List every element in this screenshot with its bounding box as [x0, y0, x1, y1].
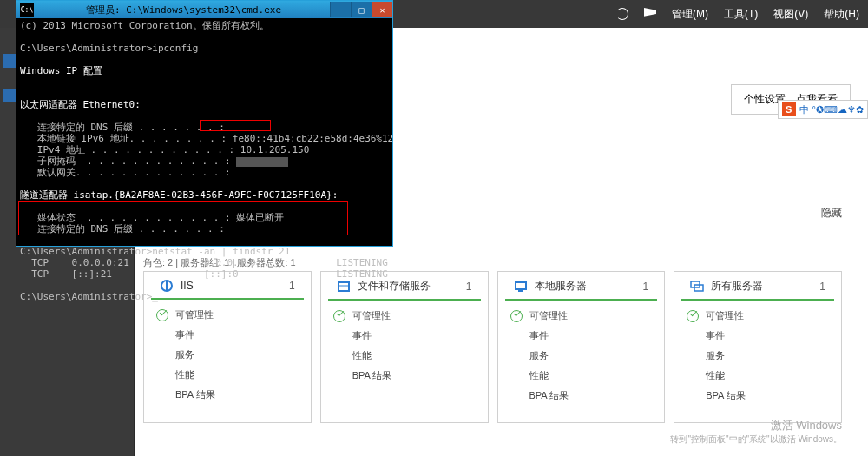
- tile-row-label: BPA 结果: [706, 389, 746, 402]
- cmd-output[interactable]: (c) 2013 Microsoft Corporation。保留所有权利。 C…: [16, 18, 392, 246]
- hide-link[interactable]: 隐藏: [821, 206, 842, 221]
- tile-row-label: 可管理性: [529, 309, 568, 322]
- tile-header: 所有服务器1: [681, 272, 834, 301]
- refresh-icon: [616, 8, 628, 20]
- tile-title: 本地服务器: [535, 279, 636, 294]
- tiles-container: IIS1可管理性事件服务性能BPA 结果文件和存储服务1可管理性事件性能BPA …: [143, 271, 842, 423]
- cmd-window[interactable]: C:\ 管理员: C:\Windows\system32\cmd.exe ─ □…: [16, 0, 393, 247]
- activate-title: 激活 Windows: [670, 418, 842, 433]
- status-ok-icon: [510, 310, 523, 322]
- tile-0[interactable]: IIS1可管理性事件服务性能BPA 结果: [143, 271, 312, 423]
- tile-icon: [337, 280, 351, 294]
- tile-row[interactable]: 服务: [510, 346, 653, 366]
- ipv4-value: 10.1.205.150: [240, 144, 309, 155]
- tile-icon: [160, 279, 174, 293]
- activate-sub: 转到"控制面板"中的"系统"以激活 Windows。: [670, 433, 842, 446]
- status-ok-icon: [687, 310, 699, 322]
- tile-row-label: 可管理性: [352, 309, 391, 322]
- ime-item[interactable]: ⌨: [824, 104, 838, 115]
- tile-count: 1: [289, 280, 295, 292]
- tile-row[interactable]: BPA 结果: [333, 366, 476, 386]
- close-button[interactable]: ✕: [372, 2, 392, 17]
- tile-row[interactable]: 服务: [156, 345, 299, 365]
- ime-item[interactable]: ♆: [847, 104, 856, 115]
- ime-logo-icon: S: [782, 102, 796, 116]
- tile-icon: [514, 280, 528, 294]
- flag-icon: [644, 8, 656, 20]
- tile-row-label: 服务: [175, 348, 194, 361]
- tile-row-label: BPA 结果: [175, 388, 215, 401]
- cmd-icon: C:\: [20, 3, 34, 17]
- redacted-mask: [236, 157, 288, 167]
- tile-row[interactable]: 性能: [687, 366, 829, 386]
- menu-manage[interactable]: 管理(M): [672, 7, 708, 22]
- menu-tools[interactable]: 工具(T): [724, 7, 758, 22]
- ime-item[interactable]: ✿: [856, 104, 864, 115]
- tile-title: IIS: [181, 280, 282, 292]
- tile-row-label: 事件: [529, 329, 549, 342]
- ime-toolbar[interactable]: S 中 °✪⌨☁♆✿: [778, 100, 868, 119]
- cmd-title: 管理员: C:\Windows\system32\cmd.exe: [37, 3, 330, 17]
- tile-count: 1: [466, 281, 472, 293]
- tile-row[interactable]: 事件: [510, 326, 653, 346]
- svg-rect-5: [518, 290, 523, 292]
- menu-view[interactable]: 视图(V): [773, 7, 808, 22]
- tile-row[interactable]: 可管理性: [510, 306, 653, 326]
- tile-row-label: 服务: [706, 349, 725, 362]
- tile-row[interactable]: 性能: [333, 346, 476, 366]
- maximize-button[interactable]: □: [351, 2, 372, 17]
- tile-row[interactable]: 性能: [510, 366, 653, 386]
- tile-row[interactable]: 可管理性: [156, 305, 299, 325]
- tile-row[interactable]: 事件: [156, 325, 299, 345]
- menu-help[interactable]: 帮助(H): [824, 7, 859, 22]
- tile-title: 文件和存储服务: [358, 279, 459, 294]
- ime-item[interactable]: ☁: [838, 104, 847, 115]
- tile-row[interactable]: 可管理性: [687, 306, 829, 326]
- tile-row[interactable]: BPA 结果: [156, 385, 299, 405]
- tile-header: 本地服务器1: [505, 272, 658, 301]
- tile-row-label: 事件: [352, 329, 372, 342]
- notifications-button[interactable]: [644, 8, 656, 20]
- tile-row[interactable]: 事件: [333, 326, 476, 346]
- tile-count: 1: [643, 281, 649, 293]
- tile-row-label: 服务: [529, 349, 549, 362]
- tile-row[interactable]: 服务: [687, 346, 829, 366]
- tile-row[interactable]: 事件: [687, 326, 829, 346]
- tile-icon: [690, 280, 704, 294]
- window-buttons: ─ □ ✕: [330, 2, 392, 17]
- tile-2[interactable]: 本地服务器1可管理性事件服务性能BPA 结果: [497, 271, 666, 423]
- activate-watermark: 激活 Windows 转到"控制面板"中的"系统"以激活 Windows。: [670, 418, 842, 446]
- tile-row[interactable]: 可管理性: [333, 306, 476, 326]
- tile-row-label: 可管理性: [706, 309, 744, 322]
- tile-count: 1: [819, 281, 825, 293]
- tile-row-label: BPA 结果: [352, 369, 392, 382]
- tile-row-label: 性能: [175, 368, 194, 381]
- ime-lang[interactable]: 中: [799, 103, 809, 116]
- ime-item[interactable]: ✪: [816, 104, 824, 115]
- tile-row-label: 性能: [706, 369, 725, 382]
- tile-3[interactable]: 所有服务器1可管理性事件服务性能BPA 结果: [674, 271, 842, 423]
- svg-rect-2: [339, 282, 349, 291]
- status-ok-icon: [333, 310, 345, 322]
- svg-rect-4: [516, 282, 526, 289]
- tile-row[interactable]: 性能: [156, 365, 299, 385]
- tile-row-label: BPA 结果: [529, 389, 569, 402]
- minimize-button[interactable]: ─: [330, 2, 351, 17]
- tile-row-label: 性能: [529, 369, 549, 382]
- tile-row[interactable]: BPA 结果: [510, 386, 653, 406]
- status-ok-icon: [156, 309, 168, 321]
- tile-row-label: 可管理性: [175, 308, 214, 321]
- tile-row[interactable]: BPA 结果: [687, 386, 829, 406]
- tile-1[interactable]: 文件和存储服务1可管理性事件性能BPA 结果: [320, 271, 489, 423]
- refresh-button[interactable]: [616, 8, 628, 20]
- tile-row-label: 事件: [706, 329, 725, 342]
- tile-row-label: 事件: [175, 328, 194, 341]
- tile-title: 所有服务器: [711, 279, 812, 294]
- tile-row-label: 性能: [352, 349, 372, 362]
- cmd-titlebar[interactable]: C:\ 管理员: C:\Windows\system32\cmd.exe ─ □…: [16, 1, 392, 18]
